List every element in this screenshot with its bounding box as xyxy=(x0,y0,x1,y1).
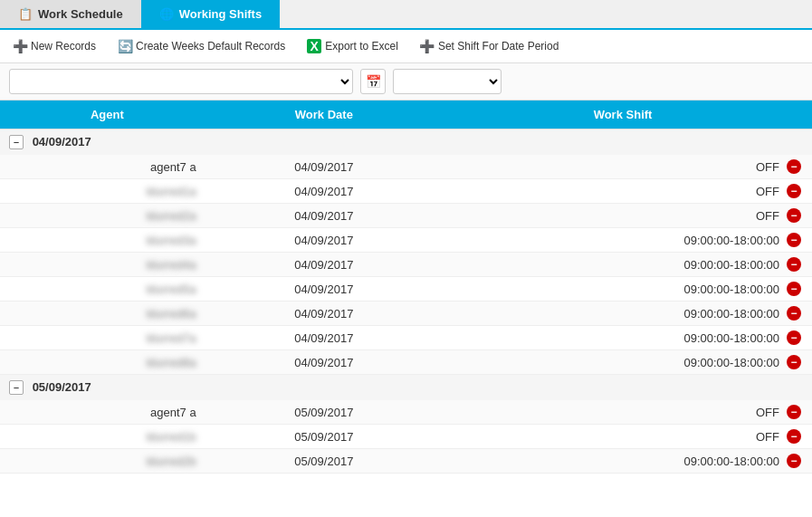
tab-bar: 📋 Work Schedule 🌐 Working Shifts xyxy=(0,0,812,30)
work-shift-cell: 09:00:00-18:00:00 − xyxy=(434,326,812,350)
work-shift-cell: 09:00:00-18:00:00 − xyxy=(434,302,812,326)
table-row: blurred1b 05/09/2017 OFF − xyxy=(0,425,812,449)
shift-value: OFF xyxy=(756,209,779,223)
shift-value: OFF xyxy=(756,160,779,174)
new-records-button[interactable]: ➕ New Records xyxy=(9,37,100,55)
agent-name: blurred7a xyxy=(147,331,196,345)
work-date-cell: 04/09/2017 xyxy=(215,253,434,277)
work-date-cell: 04/09/2017 xyxy=(215,277,434,302)
agent-cell: agent7 a xyxy=(0,155,215,179)
shift-value: OFF xyxy=(756,430,779,444)
work-shift-cell: 09:00:00-18:00:00 − xyxy=(434,449,812,474)
agent-name: blurred6a xyxy=(147,307,196,321)
table-row: blurred6a 04/09/2017 09:00:00-18:00:00 − xyxy=(0,302,812,326)
table-row: blurred1a 04/09/2017 OFF − xyxy=(0,179,812,204)
agent-name: agent7 a xyxy=(150,160,196,174)
create-weeks-icon: 🔄 xyxy=(118,39,132,53)
agent-cell: blurred2a xyxy=(0,204,215,228)
delete-row-button[interactable]: − xyxy=(787,184,801,198)
tab-working-shifts[interactable]: 🌐 Working Shifts xyxy=(141,0,280,28)
group-toggle-1[interactable]: − xyxy=(9,380,24,395)
shift-filter-select[interactable] xyxy=(393,69,502,94)
delete-row-button[interactable]: − xyxy=(787,159,801,174)
create-weeks-label: Create Weeks Default Records xyxy=(136,40,285,53)
header-agent: Agent xyxy=(0,101,215,129)
toolbar: ➕ New Records 🔄 Create Weeks Default Rec… xyxy=(0,30,812,63)
group-row-0: − 04/09/2017 xyxy=(0,129,812,156)
group-date-0: 04/09/2017 xyxy=(33,135,91,148)
work-date-cell: 04/09/2017 xyxy=(215,326,434,350)
agent-cell: blurred3a xyxy=(0,228,215,253)
export-excel-button[interactable]: X Export to Excel xyxy=(303,37,402,55)
header-work-date: Work Date xyxy=(215,101,434,129)
agent-cell: blurred7a xyxy=(0,326,215,350)
agent-cell: blurred5a xyxy=(0,277,215,302)
work-shift-cell: OFF − xyxy=(434,425,812,449)
create-weeks-button[interactable]: 🔄 Create Weeks Default Records xyxy=(114,37,289,55)
tab-work-schedule[interactable]: 📋 Work Schedule xyxy=(0,0,141,28)
group-toggle-0[interactable]: − xyxy=(9,135,24,149)
work-date-cell: 04/09/2017 xyxy=(215,155,434,179)
group-row-1: − 05/09/2017 xyxy=(0,375,812,401)
delete-row-button[interactable]: − xyxy=(787,208,801,223)
delete-row-button[interactable]: − xyxy=(787,257,801,272)
delete-row-button[interactable]: − xyxy=(787,405,801,419)
table-row: blurred7a 04/09/2017 09:00:00-18:00:00 − xyxy=(0,326,812,350)
delete-row-button[interactable]: − xyxy=(787,454,801,468)
tab-work-schedule-label: Work Schedule xyxy=(38,7,123,21)
work-date-cell: 05/09/2017 xyxy=(215,400,434,425)
work-date-cell: 04/09/2017 xyxy=(215,179,434,204)
shift-value: 09:00:00-18:00:00 xyxy=(683,356,779,369)
delete-row-button[interactable]: − xyxy=(787,306,801,321)
agent-name: blurred4a xyxy=(147,258,196,272)
agent-cell: blurred1a xyxy=(0,179,215,204)
table-row: agent7 a 04/09/2017 OFF − xyxy=(0,155,812,179)
agent-cell: blurred2b xyxy=(0,449,215,474)
work-shift-cell: OFF − xyxy=(434,179,812,204)
delete-row-button[interactable]: − xyxy=(787,330,801,345)
agent-cell: blurred8a xyxy=(0,350,215,375)
set-shift-button[interactable]: ➕ Set Shift For Date Period xyxy=(416,37,562,55)
work-date-cell: 04/09/2017 xyxy=(215,228,434,253)
agent-name: blurred5a xyxy=(147,282,196,296)
working-shifts-icon: 🌐 xyxy=(159,7,174,21)
table-row: blurred8a 04/09/2017 09:00:00-18:00:00 − xyxy=(0,350,812,375)
agent-name: blurred8a xyxy=(147,356,196,369)
delete-row-button[interactable]: − xyxy=(787,233,801,247)
shift-value: 09:00:00-18:00:00 xyxy=(683,234,779,247)
work-shift-cell: OFF − xyxy=(434,400,812,425)
agent-filter-select[interactable] xyxy=(9,69,353,94)
table-row: blurred2a 04/09/2017 OFF − xyxy=(0,204,812,228)
work-shift-cell: 09:00:00-18:00:00 − xyxy=(434,228,812,253)
shift-value: 09:00:00-18:00:00 xyxy=(683,258,779,272)
export-excel-label: Export to Excel xyxy=(325,40,398,53)
agent-cell: blurred1b xyxy=(0,425,215,449)
filter-bar: 📅 xyxy=(0,63,812,101)
work-shift-cell: OFF − xyxy=(434,155,812,179)
set-shift-label: Set Shift For Date Period xyxy=(438,40,559,53)
work-shift-cell: 09:00:00-18:00:00 − xyxy=(434,253,812,277)
calendar-button[interactable]: 📅 xyxy=(360,69,386,94)
shifts-table: Agent Work Date Work Shift − 04/09/2017 … xyxy=(0,101,812,474)
agent-name: blurred1a xyxy=(147,185,196,198)
table-container: Agent Work Date Work Shift − 04/09/2017 … xyxy=(0,101,812,474)
date-filter-group: 📅 xyxy=(360,69,386,94)
agent-name: blurred3a xyxy=(147,234,196,247)
shift-value: 09:00:00-18:00:00 xyxy=(683,455,779,468)
delete-row-button[interactable]: − xyxy=(787,282,801,296)
work-date-cell: 05/09/2017 xyxy=(215,449,434,474)
work-date-cell: 04/09/2017 xyxy=(215,302,434,326)
new-records-label: New Records xyxy=(31,40,96,53)
table-row: agent7 a 05/09/2017 OFF − xyxy=(0,400,812,425)
header-work-shift: Work Shift xyxy=(434,101,812,129)
delete-row-button[interactable]: − xyxy=(787,429,801,444)
agent-name: blurred2a xyxy=(147,209,196,223)
work-date-cell: 05/09/2017 xyxy=(215,425,434,449)
tab-working-shifts-label: Working Shifts xyxy=(179,7,262,21)
work-shift-cell: 09:00:00-18:00:00 − xyxy=(434,350,812,375)
work-shift-cell: OFF − xyxy=(434,204,812,228)
delete-row-button[interactable]: − xyxy=(787,355,801,369)
group-date-1: 05/09/2017 xyxy=(33,380,91,394)
table-row: blurred4a 04/09/2017 09:00:00-18:00:00 − xyxy=(0,253,812,277)
shift-value: OFF xyxy=(756,406,779,419)
